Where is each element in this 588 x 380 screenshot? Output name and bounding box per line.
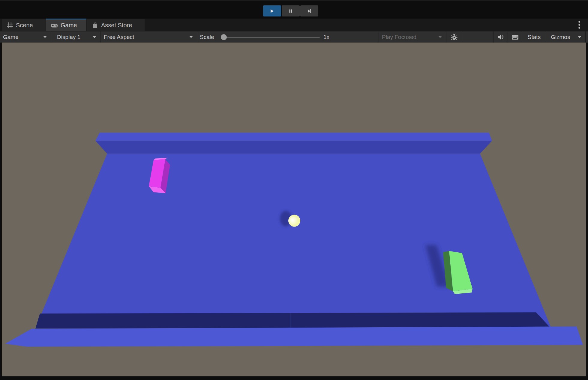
gamepad-icon — [51, 22, 58, 29]
transport-controls — [263, 5, 318, 16]
play-button[interactable] — [263, 5, 281, 16]
play-focused-label: Play Focused — [382, 34, 416, 40]
tab-label: Game — [61, 22, 77, 29]
scale-value: 1x — [323, 31, 329, 43]
ball-highlight — [289, 216, 298, 225]
chevron-down-icon — [438, 36, 442, 38]
stats-button[interactable]: Stats — [522, 31, 546, 43]
tab-scene[interactable]: Scene — [2, 19, 46, 31]
far-wall-top — [95, 133, 492, 141]
keyboard-shortcuts-button[interactable] — [508, 31, 522, 43]
pause-icon — [288, 9, 293, 13]
chevron-down-icon — [93, 36, 96, 38]
wall-seam — [290, 313, 291, 328]
display-dropdown[interactable]: Display 1 — [51, 31, 100, 43]
step-button[interactable] — [300, 5, 318, 16]
tab-label: Asset Store — [101, 22, 132, 29]
tab-game[interactable]: Game — [46, 19, 86, 31]
gizmos-label: Gizmos — [551, 34, 570, 40]
play-icon — [270, 9, 274, 13]
view-tab-bar: Scene Game Asset Store — [0, 19, 588, 31]
kebab-icon — [578, 20, 580, 29]
scale-slider-track[interactable] — [221, 37, 320, 38]
speaker-icon — [497, 34, 504, 40]
debug-button[interactable] — [446, 31, 462, 43]
gizmos-dropdown[interactable]: Gizmos — [546, 31, 586, 43]
scale-slider-thumb[interactable] — [221, 34, 227, 40]
chevron-down-icon — [189, 36, 193, 38]
front-shadow-band — [35, 312, 551, 328]
far-wall-face — [95, 141, 492, 154]
aspect-label: Free Aspect — [104, 34, 134, 40]
tab-label: Scene — [16, 22, 33, 29]
panel-menu-button[interactable] — [575, 20, 584, 29]
game-view-toolbar: Game Display 1 Free Aspect Scale 1x Play… — [0, 31, 588, 43]
pause-button[interactable] — [282, 5, 300, 16]
chevron-down-icon — [578, 36, 581, 38]
aspect-ratio-dropdown[interactable]: Free Aspect — [101, 31, 197, 43]
display-label: Display 1 — [57, 34, 80, 40]
display-target-dropdown[interactable]: Game — [0, 31, 51, 43]
mute-audio-button[interactable] — [494, 31, 508, 43]
game-viewport[interactable] — [2, 43, 586, 376]
game-scene — [2, 43, 586, 376]
step-icon — [307, 9, 312, 13]
bag-icon — [92, 22, 98, 28]
scale-label: Scale — [200, 31, 214, 43]
stats-label: Stats — [528, 34, 541, 40]
unity-editor-window: Scene Game Asset Store — [0, 0, 588, 380]
tab-asset-store[interactable]: Asset Store — [87, 19, 145, 31]
chevron-down-icon — [43, 36, 47, 38]
display-target-label: Game — [3, 34, 19, 40]
play-focused-dropdown[interactable]: Play Focused — [379, 31, 446, 43]
bug-icon — [451, 33, 458, 41]
playfield — [35, 154, 551, 328]
near-wall — [5, 326, 583, 347]
ball — [288, 215, 300, 227]
keyboard-icon — [512, 34, 519, 40]
grid-icon — [7, 22, 13, 28]
editor-topbar — [0, 0, 588, 19]
